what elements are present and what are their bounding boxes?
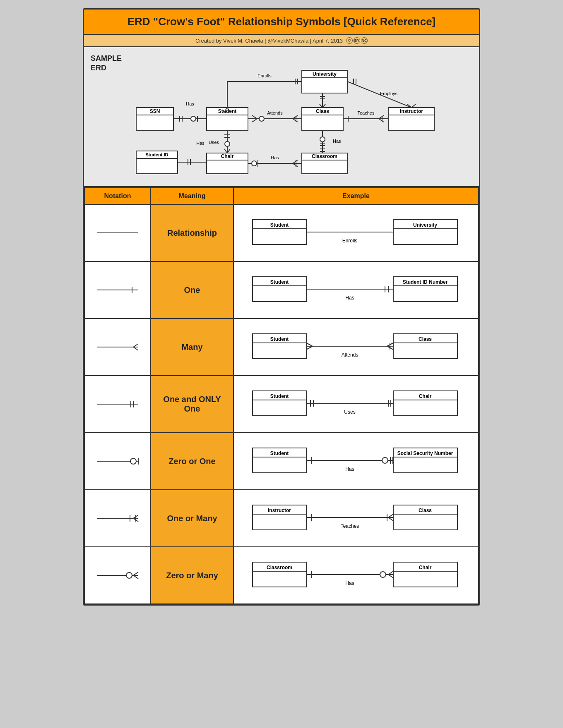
svg-text:Chair: Chair: [419, 565, 432, 570]
svg-text:Has: Has: [333, 139, 341, 144]
meaning-cell: Relationship: [151, 204, 233, 261]
notation-cell: [84, 261, 151, 318]
notation-cell: [84, 490, 151, 547]
svg-line-67: [224, 149, 227, 153]
svg-line-35: [252, 115, 257, 119]
notation-cell: [84, 547, 151, 604]
table-row: Zero or OneStudentSocial Security Number…: [84, 433, 479, 490]
svg-text:Has: Has: [186, 101, 194, 106]
svg-line-63: [379, 119, 384, 122]
erd-label: SAMPLEERD: [91, 54, 122, 73]
svg-line-173: [133, 572, 138, 575]
svg-text:Uses: Uses: [209, 140, 219, 145]
svg-text:Uses: Uses: [344, 409, 355, 415]
svg-line-170: [388, 517, 393, 521]
cc-nc-icon: NC: [361, 37, 368, 44]
erd-section: SAMPLEERD SSN Student ID Student Univers…: [84, 47, 479, 187]
meaning-cell: Many: [151, 318, 233, 376]
svg-text:Enrolls: Enrolls: [257, 73, 272, 78]
svg-point-69: [225, 141, 230, 146]
header-section: ERD "Crow's Foot" Relationship Symbols […: [84, 10, 479, 35]
reference-table: Notation Meaning Example RelationshipStu…: [84, 187, 479, 604]
svg-text:Student: Student: [270, 450, 289, 456]
table-row: RelationshipStudentUniversityEnrolls: [84, 204, 479, 261]
table-row: ManyStudentClassAttends: [84, 318, 479, 376]
svg-line-58: [320, 104, 322, 108]
erd-diagram: SSN Student ID Student University Class …: [124, 54, 484, 178]
svg-line-174: [133, 575, 138, 579]
example-cell: StudentClassAttends: [233, 318, 479, 376]
svg-point-151: [382, 457, 388, 463]
svg-line-185: [388, 571, 393, 575]
svg-line-169: [388, 514, 393, 517]
svg-text:Has: Has: [345, 295, 354, 301]
meaning-cell: Zero or Many: [151, 547, 233, 604]
svg-point-81: [320, 137, 325, 142]
notation-cell: [84, 204, 151, 261]
svg-line-119: [306, 343, 313, 346]
cc-badges: © BY NC: [346, 37, 368, 44]
table-row: One or ManyInstructorClassTeaches: [84, 490, 479, 547]
example-cell: StudentSocial Security NumberHas: [233, 433, 479, 490]
svg-text:Enrolls: Enrolls: [342, 238, 358, 244]
meaning-cell: One: [151, 261, 233, 318]
svg-text:Attends: Attends: [267, 110, 283, 115]
svg-text:Class: Class: [419, 508, 432, 513]
svg-point-184: [380, 572, 386, 577]
cc-icon: ©: [346, 37, 353, 44]
svg-text:Student: Student: [270, 222, 289, 228]
svg-text:Student: Student: [270, 393, 289, 399]
page: ERD "Crow's Foot" Relationship Symbols […: [83, 8, 480, 606]
svg-text:Instructor: Instructor: [400, 108, 423, 114]
notation-cell: [84, 318, 151, 376]
svg-text:Has: Has: [271, 155, 279, 160]
svg-text:Chair: Chair: [419, 393, 432, 399]
svg-line-39: [293, 119, 298, 122]
svg-text:Student: Student: [270, 279, 289, 285]
header-example: Example: [233, 188, 479, 204]
svg-text:Classroom: Classroom: [267, 565, 292, 570]
svg-line-186: [388, 575, 393, 578]
svg-point-140: [130, 458, 136, 464]
example-cell: StudentChairUses: [233, 376, 479, 433]
svg-text:Instructor: Instructor: [268, 508, 291, 513]
svg-point-172: [126, 572, 132, 578]
svg-text:SSN: SSN: [150, 108, 160, 114]
svg-line-109: [133, 344, 138, 347]
svg-text:Student: Student: [270, 336, 289, 342]
svg-line-49: [347, 81, 411, 108]
header-meaning: Meaning: [151, 188, 233, 204]
table-row: Zero or ManyClassroomChairHas: [84, 547, 479, 604]
svg-line-120: [306, 346, 313, 350]
table-header-row: Notation Meaning Example: [84, 188, 479, 204]
svg-line-110: [133, 347, 138, 350]
svg-point-77: [252, 161, 257, 166]
meaning-cell: One or Many: [151, 490, 233, 547]
svg-line-38: [293, 115, 298, 119]
svg-line-53: [411, 104, 416, 108]
svg-text:Student: Student: [218, 108, 237, 114]
svg-line-59: [322, 104, 325, 108]
meaning-cell: One and ONLY One: [151, 376, 233, 433]
svg-line-74: [293, 160, 298, 163]
meaning-cell: Zero or One: [151, 433, 233, 490]
svg-text:Class: Class: [316, 108, 329, 114]
svg-text:Has: Has: [196, 141, 205, 146]
svg-line-62: [379, 115, 384, 119]
notation-cell: [84, 376, 151, 433]
svg-line-68: [227, 149, 230, 153]
table-row: One and ONLY OneStudentChairUses: [84, 376, 479, 433]
header-notation: Notation: [84, 188, 151, 204]
table-row: OneStudentStudent ID NumberHas: [84, 261, 479, 318]
svg-text:Attends: Attends: [342, 352, 358, 358]
svg-line-75: [293, 163, 298, 167]
svg-text:Has: Has: [345, 580, 354, 586]
example-cell: ClassroomChairHas: [233, 547, 479, 604]
notation-cell: [84, 433, 151, 490]
svg-text:Classroom: Classroom: [312, 153, 337, 159]
subtitle-text: Created by Vivek M. Chawla | @VivekMChaw…: [195, 38, 343, 44]
cc-by-icon: BY: [354, 37, 360, 44]
svg-text:Employs: Employs: [380, 91, 398, 96]
svg-text:Student ID: Student ID: [146, 152, 168, 157]
svg-text:Class: Class: [419, 336, 432, 342]
